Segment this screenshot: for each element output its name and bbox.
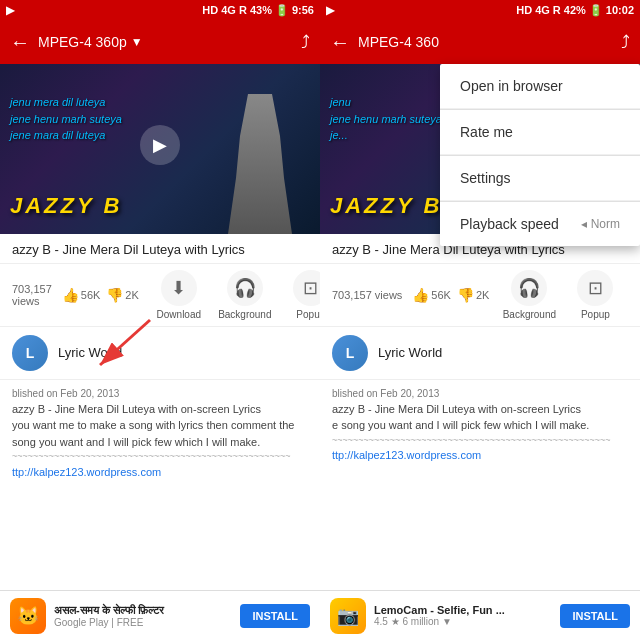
right-background-button[interactable]: 🎧 Background <box>499 270 559 320</box>
right-battery-icon: 🔋 <box>589 4 603 17</box>
right-thumbup-icon: 👍 <box>412 287 429 303</box>
left-app-bar: ← MPEG-4 360p ▼ ⤴ <box>0 20 320 64</box>
left-share-icon[interactable]: ⤴ <box>301 32 310 53</box>
left-stats-row: 703,157 views 👍 56K 👎 2K ⬇ Download 🎧 Ba… <box>0 264 320 327</box>
left-signal: R 43% <box>239 4 272 16</box>
dropdown-settings[interactable]: Settings <box>440 156 640 201</box>
left-description: blished on Feb 20, 2013 azzy B - Jine Me… <box>0 380 320 590</box>
left-ad-icon: 🐱 <box>10 598 46 634</box>
right-panel: ▶ HD 4G R 42% 🔋 10:02 ← MPEG-4 360 ⤴ jen… <box>320 0 640 640</box>
right-signal: R 42% <box>553 4 586 16</box>
left-headphone-icon: 🎧 <box>227 270 263 306</box>
right-desc-text: azzy B - Jine Mera Dil Luteya with on-sc… <box>332 401 628 418</box>
left-logo-icon: ▶ <box>6 4 14 17</box>
left-back-button[interactable]: ← <box>10 31 30 54</box>
left-video-bg: jenu mera dil luteya jene henu marh sute… <box>0 64 320 234</box>
right-description: blished on Feb 20, 2013 azzy B - Jine Me… <box>320 380 640 590</box>
left-desc-text: azzy B - Jine Mera Dil Luteya with on-sc… <box>12 401 308 418</box>
right-headphone-icon: 🎧 <box>511 270 547 306</box>
left-popup-label: Popup <box>296 309 320 320</box>
dropdown-rate-me[interactable]: Rate me <box>440 110 640 155</box>
left-video-area[interactable]: jenu mera dil luteya jene henu marh sute… <box>0 64 320 234</box>
left-download-label: Download <box>157 309 201 320</box>
left-status-bar: ▶ HD 4G R 43% 🔋 9:56 <box>0 0 320 20</box>
left-dislike-button[interactable]: 👎 2K <box>106 287 138 303</box>
left-figure-silhouette <box>220 94 300 234</box>
right-channel-row: L Lyric World <box>320 327 640 380</box>
left-thumbup-icon: 👍 <box>62 287 79 303</box>
left-like-count: 56K <box>81 289 101 301</box>
dropdown-playback-speed[interactable]: Playback speed ◂ Norm <box>440 202 640 246</box>
right-share-icon[interactable]: ⤴ <box>621 32 630 53</box>
left-desc-body: you want me to make a song with lyrics t… <box>12 417 308 450</box>
left-song-info: azzy B - Jine Mera Dil Luteya with Lyric… <box>0 234 320 264</box>
left-background-label: Background <box>218 309 271 320</box>
left-views-count: 703,157 views <box>12 283 52 307</box>
left-title-dropdown-icon[interactable]: ▼ <box>131 35 143 49</box>
right-popup-icon: ⊡ <box>577 270 613 306</box>
right-network: HD 4G <box>516 4 550 16</box>
right-video-lyrics: jenu jene henu marh suteya je... <box>330 94 442 144</box>
left-ad-subtitle: Google Play | FREE <box>54 617 232 628</box>
right-status-bar: ▶ HD 4G R 42% 🔋 10:02 <box>320 0 640 20</box>
right-background-label: Background <box>503 309 556 320</box>
left-network: HD 4G <box>202 4 236 16</box>
right-website-link[interactable]: ttp://kalpez123.wordpress.com <box>332 447 628 464</box>
left-channel-avatar: L <box>12 335 48 371</box>
left-play-button[interactable]: ▶ <box>140 125 180 165</box>
right-app-title: MPEG-4 360 <box>358 34 439 50</box>
left-channel-row: L Lyric World <box>0 327 320 380</box>
left-channel-name: Lyric World <box>58 345 122 360</box>
left-artist-label: JAZZY B <box>10 193 122 219</box>
right-app-bar: ← MPEG-4 360 ⤴ <box>320 20 640 64</box>
right-channel-avatar: L <box>332 335 368 371</box>
right-thumbdown-icon: 👎 <box>457 287 474 303</box>
left-app-title: MPEG-4 360p <box>38 34 127 50</box>
right-channel-name: Lyric World <box>378 345 442 360</box>
left-ad-text: असल-समय के सेल्फी फ़िल्टर Google Play | … <box>54 604 232 628</box>
right-waves: ~~~~~~~~~~~~~~~~~~~~~~~~~~~~~~~~~~~~~~~~… <box>332 434 628 448</box>
right-views-count: 703,157 views <box>332 289 402 301</box>
right-ad-stars: 4.5 ★ 6 million ▼ <box>374 616 552 627</box>
right-artist-label: JAZZY B <box>330 193 442 219</box>
right-ad-banner: 📷 LemoCam - Selfie, Fun ... 4.5 ★ 6 mill… <box>320 590 640 640</box>
left-website-link[interactable]: ttp://kalpez123.wordpress.com <box>12 464 308 481</box>
right-like-count: 56K <box>431 289 451 301</box>
left-install-button[interactable]: INSTALL <box>240 604 310 628</box>
right-time: 10:02 <box>606 4 634 16</box>
left-pub-date: blished on Feb 20, 2013 <box>12 386 308 401</box>
left-battery-icon: 🔋 <box>275 4 289 17</box>
right-logo-icon: ▶ <box>326 4 334 17</box>
playback-speed-value: ◂ Norm <box>581 217 620 231</box>
right-dislike-button[interactable]: 👎 2K <box>457 287 489 303</box>
left-ad-banner: 🐱 असल-समय के सेल्फी फ़िल्टर Google Play … <box>0 590 320 640</box>
left-download-icon: ⬇ <box>161 270 197 306</box>
right-popup-label: Popup <box>581 309 610 320</box>
left-like-button[interactable]: 👍 56K <box>62 287 101 303</box>
left-thumbdown-icon: 👎 <box>106 287 123 303</box>
right-ad-icon: 📷 <box>330 598 366 634</box>
left-ad-title: असल-समय के सेल्फी फ़िल्टर <box>54 604 232 617</box>
playback-speed-label: Playback speed <box>460 216 559 232</box>
dropdown-open-browser[interactable]: Open in browser <box>440 64 640 109</box>
right-popup-button[interactable]: ⊡ Popup <box>565 270 625 320</box>
left-video-lyrics: jenu mera dil luteya jene henu marh sute… <box>10 94 122 144</box>
right-stats-row: 703,157 views 👍 56K 👎 2K 🎧 Background ⊡ … <box>320 264 640 327</box>
left-song-title: azzy B - Jine Mera Dil Luteya with Lyric… <box>12 242 308 259</box>
left-waves: ~~~~~~~~~~~~~~~~~~~~~~~~~~~~~~~~~~~~~~~~… <box>12 450 308 464</box>
left-popup-button[interactable]: ⊡ Popup <box>281 270 320 320</box>
right-ad-title: LemoCam - Selfie, Fun ... <box>374 604 552 616</box>
right-ad-text: LemoCam - Selfie, Fun ... 4.5 ★ 6 millio… <box>374 604 552 627</box>
left-download-button[interactable]: ⬇ Download <box>149 270 209 320</box>
left-dislike-count: 2K <box>125 289 138 301</box>
right-back-button[interactable]: ← <box>330 31 350 54</box>
left-panel: ▶ HD 4G R 43% 🔋 9:56 ← MPEG-4 360p ▼ ⤴ j… <box>0 0 320 640</box>
left-background-button[interactable]: 🎧 Background <box>215 270 275 320</box>
right-like-button[interactable]: 👍 56K <box>412 287 451 303</box>
left-time: 9:56 <box>292 4 314 16</box>
right-dislike-count: 2K <box>476 289 489 301</box>
right-pub-date: blished on Feb 20, 2013 <box>332 386 628 401</box>
right-dropdown-menu: Open in browser Rate me Settings Playbac… <box>440 64 640 246</box>
right-install-button[interactable]: INSTALL <box>560 604 630 628</box>
left-popup-icon: ⊡ <box>293 270 320 306</box>
